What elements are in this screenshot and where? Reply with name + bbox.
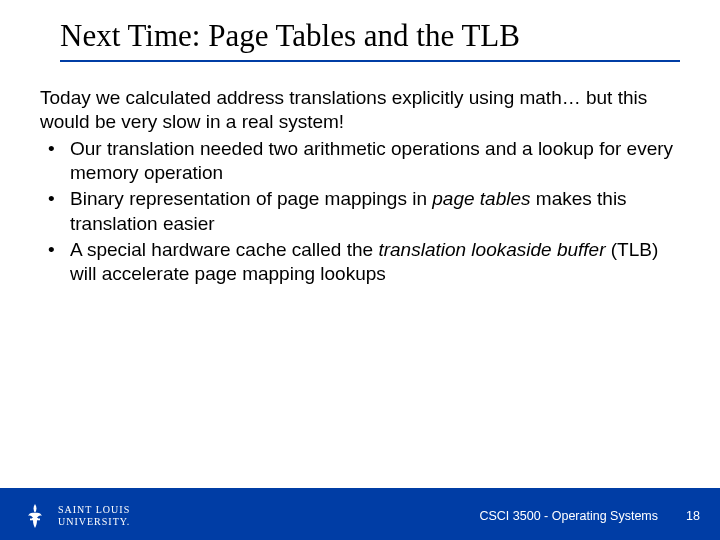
- bullet-list: Our translation needed two arithmetic op…: [40, 137, 680, 287]
- university-logo: SAINT LOUIS UNIVERSITY.: [20, 501, 130, 531]
- bullet-text: A special hardware cache called the: [70, 239, 378, 260]
- list-item: Our translation needed two arithmetic op…: [40, 137, 680, 186]
- fleur-de-lis-icon: [20, 501, 50, 531]
- footer-bar: SAINT LOUIS UNIVERSITY. CSCI 3500 - Oper…: [0, 491, 720, 540]
- footer-right: CSCI 3500 - Operating Systems 18: [479, 509, 700, 523]
- footer: SAINT LOUIS UNIVERSITY. CSCI 3500 - Oper…: [0, 488, 720, 540]
- bullet-text: Our translation needed two arithmetic op…: [70, 138, 673, 183]
- bullet-text: Binary representation of page mappings i…: [70, 188, 432, 209]
- page-number: 18: [682, 509, 700, 523]
- logo-line1: SAINT LOUIS: [58, 504, 130, 516]
- bullet-italic: page tables: [432, 188, 530, 209]
- list-item: A special hardware cache called the tran…: [40, 238, 680, 287]
- svg-rect-0: [30, 518, 40, 520]
- intro-text: Today we calculated address translations…: [40, 86, 680, 135]
- list-item: Binary representation of page mappings i…: [40, 187, 680, 236]
- title-underline: [60, 60, 680, 62]
- title-area: Next Time: Page Tables and the TLB: [0, 0, 720, 66]
- slide-title: Next Time: Page Tables and the TLB: [60, 18, 680, 54]
- logo-text: SAINT LOUIS UNIVERSITY.: [58, 504, 130, 528]
- bullet-italic: translation lookaside buffer: [378, 239, 605, 260]
- slide: Next Time: Page Tables and the TLB Today…: [0, 0, 720, 540]
- logo-line2: UNIVERSITY.: [58, 516, 130, 528]
- content-area: Today we calculated address translations…: [0, 66, 720, 540]
- course-label: CSCI 3500 - Operating Systems: [479, 509, 658, 523]
